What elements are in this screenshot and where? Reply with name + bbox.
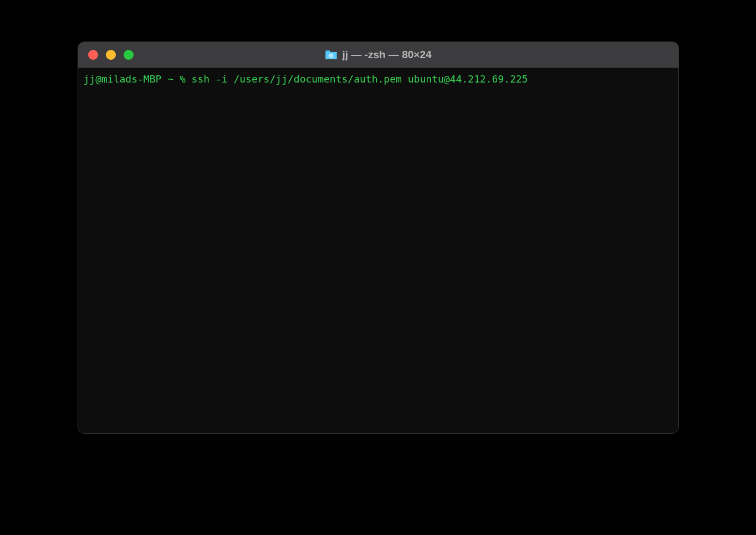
- title-container: jj — -zsh — 80×24: [324, 49, 431, 61]
- terminal-window: jj — -zsh — 80×24 jj@milads-MBP ~ % ssh …: [78, 42, 679, 434]
- terminal-body[interactable]: jj@milads-MBP ~ % ssh -i /users/jj/docum…: [78, 68, 678, 433]
- minimize-button[interactable]: [106, 50, 116, 60]
- traffic-lights: [78, 50, 134, 60]
- command-text: ssh -i /users/jj/documents/auth.pem ubun…: [192, 73, 528, 85]
- close-button[interactable]: [88, 50, 98, 60]
- folder-icon: [324, 49, 338, 60]
- maximize-button[interactable]: [124, 50, 134, 60]
- window-title: jj — -zsh — 80×24: [342, 49, 431, 61]
- terminal-line: jj@milads-MBP ~ % ssh -i /users/jj/docum…: [84, 73, 673, 86]
- shell-prompt: jj@milads-MBP ~ %: [84, 73, 192, 85]
- titlebar: jj — -zsh — 80×24: [78, 42, 678, 68]
